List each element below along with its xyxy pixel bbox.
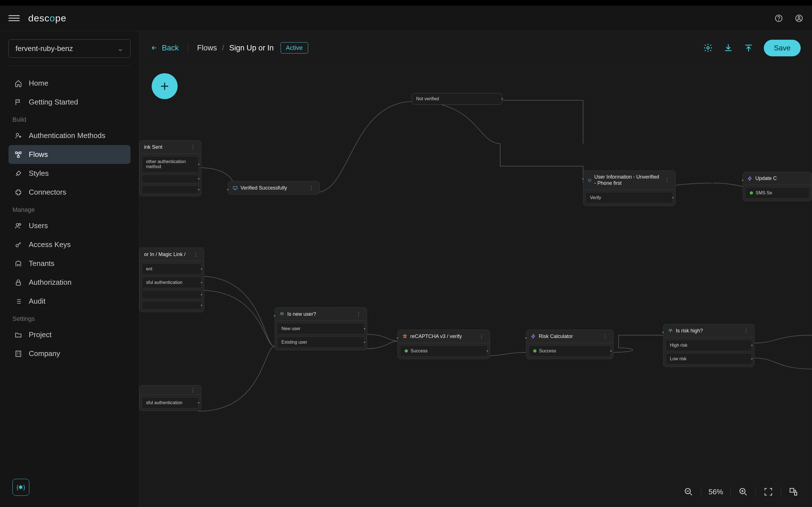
flow-node-user-info[interactable]: User Information - Unverified - Phone fi… <box>583 170 675 206</box>
node-output-label: Low risk <box>670 356 687 361</box>
node-title: Update C <box>755 175 777 181</box>
flow-node-update[interactable]: Update C SMS Se <box>743 172 812 201</box>
flow-node-link-sent[interactable]: ink Sent ⋮ other authentication method <box>139 140 201 196</box>
fit-view-icon[interactable] <box>761 485 776 499</box>
node-output-label: Success <box>539 348 556 353</box>
menu-icon[interactable] <box>8 13 20 24</box>
flow-node-not-verified[interactable]: Not verified <box>412 93 502 105</box>
chevron-down-icon: ⌄ <box>117 44 123 53</box>
more-icon[interactable]: ⋮ <box>478 333 485 339</box>
svg-point-10 <box>19 223 21 225</box>
sidebar-item-auth-methods[interactable]: Authentication Methods <box>8 126 131 145</box>
sidebar-section-settings: Settings <box>8 311 131 325</box>
sidebar-item-label: Audit <box>29 297 45 305</box>
list-icon <box>14 297 22 305</box>
sidebar-section-manage: Manage <box>8 202 131 216</box>
save-button[interactable]: Save <box>764 40 801 56</box>
sidebar-item-home[interactable]: Home <box>8 74 131 93</box>
sidebar-item-label: Styles <box>29 169 49 178</box>
puzzle-icon <box>14 188 22 196</box>
svg-point-14 <box>707 47 709 49</box>
status-badge: Active <box>281 42 308 54</box>
node-output-label: sful authentication <box>146 400 183 405</box>
settings-icon[interactable] <box>703 43 713 53</box>
sidebar-item-label: Home <box>29 79 48 88</box>
svg-rect-6 <box>15 152 17 154</box>
flow-node-verified[interactable]: Verified Successfully ⋮ <box>228 181 320 194</box>
users-icon <box>14 222 22 230</box>
lock-icon <box>14 278 22 287</box>
download-icon[interactable] <box>723 43 733 53</box>
sidebar-item-connectors[interactable]: Connectors <box>8 183 131 202</box>
svg-rect-13 <box>16 351 20 356</box>
zoom-out-icon[interactable] <box>681 485 696 499</box>
sidebar-item-users[interactable]: Users <box>8 216 131 235</box>
flow-node-recaptcha[interactable]: reCAPTCHA v3 / verify ⋮ Success <box>398 330 490 359</box>
svg-rect-12 <box>16 282 20 285</box>
flow-node-magic-link[interactable]: or In / Magic Link / ⋮ ent sful authenti… <box>139 247 204 312</box>
breadcrumb-current: Sign Up or In <box>229 44 274 52</box>
svg-point-5 <box>19 136 20 137</box>
project-selector[interactable]: fervent-ruby-benz ⌄ <box>8 40 131 58</box>
account-icon[interactable] <box>795 14 804 23</box>
more-icon[interactable]: ⋮ <box>601 333 609 339</box>
node-output-label: Verify <box>590 195 601 200</box>
svg-point-1 <box>778 20 779 20</box>
sidebar-item-label: Connectors <box>29 188 66 196</box>
flow-node-auth-lower[interactable]: ⋮ sful authentication <box>139 385 201 411</box>
flow-canvas[interactable]: Back Flows / Sign Up or In Active Save + <box>139 31 812 507</box>
sidebar-item-company[interactable]: Company <box>8 344 131 363</box>
node-title: User Information - Unverified - Phone fi… <box>594 174 661 186</box>
svg-point-3 <box>798 16 800 18</box>
sidebar-item-authorization[interactable]: Authorization <box>8 273 131 292</box>
flow-node-is-risk-high[interactable]: Is risk high? ⋮ High risk Low risk <box>663 324 755 367</box>
sidebar-item-getting-started[interactable]: Getting Started <box>8 93 131 112</box>
upload-icon[interactable] <box>744 43 754 53</box>
more-icon[interactable]: ⋮ <box>742 328 750 334</box>
sidebar-item-project[interactable]: Project <box>8 325 131 344</box>
sidebar-item-tenants[interactable]: Tenants <box>8 254 131 273</box>
sidebar-item-label: Project <box>29 330 52 339</box>
minimap-icon[interactable] <box>786 485 801 499</box>
zoom-in-icon[interactable] <box>736 485 751 499</box>
back-button[interactable]: Back <box>151 44 179 52</box>
sidebar-item-audit[interactable]: Audit <box>8 292 131 311</box>
svg-point-4 <box>16 133 18 136</box>
node-output-label: Existing user <box>282 340 307 345</box>
svg-rect-23 <box>795 492 797 495</box>
more-icon[interactable]: ⋮ <box>189 144 197 150</box>
sidebar-item-label: Flows <box>29 150 48 159</box>
sidebar-item-label: Getting Started <box>29 98 78 107</box>
flag-icon <box>14 98 22 107</box>
sidebar-item-label: Access Keys <box>29 240 71 249</box>
svg-rect-16 <box>589 179 591 181</box>
sidebar-item-label: Authentication Methods <box>29 131 105 140</box>
svg-point-11 <box>16 244 18 247</box>
chat-icon[interactable]: {✱} <box>12 479 29 496</box>
sidebar-item-flows[interactable]: Flows <box>8 145 131 164</box>
user-key-icon <box>14 131 22 140</box>
svg-point-9 <box>16 223 18 226</box>
help-icon[interactable] <box>774 14 783 23</box>
more-icon[interactable]: ⋮ <box>308 185 315 191</box>
flow-node-is-new-user[interactable]: Is new user? ⋮ New user Existing user <box>274 307 367 350</box>
add-node-button[interactable]: + <box>152 73 177 99</box>
more-icon[interactable]: ⋮ <box>663 177 671 183</box>
node-title: reCAPTCHA v3 / verify <box>410 334 462 339</box>
more-icon[interactable]: ⋮ <box>189 387 197 393</box>
project-name: fervent-ruby-benz <box>15 44 73 53</box>
sidebar-item-styles[interactable]: Styles <box>8 164 131 183</box>
sidebar-item-label: Company <box>29 349 60 358</box>
more-icon[interactable]: ⋮ <box>192 251 199 258</box>
breadcrumb-flows[interactable]: Flows <box>197 44 217 52</box>
node-title: Risk Calculator <box>539 334 573 339</box>
brush-icon <box>14 169 22 178</box>
node-output-label: sful authentication <box>146 280 183 285</box>
breadcrumb-separator: / <box>222 44 224 52</box>
svg-rect-7 <box>19 152 21 154</box>
more-icon[interactable]: ⋮ <box>355 311 362 317</box>
flow-node-risk-calculator[interactable]: Risk Calculator ⋮ Success <box>526 330 613 359</box>
sidebar-item-access-keys[interactable]: Access Keys <box>8 235 131 254</box>
sidebar: fervent-ruby-benz ⌄ Home Getting Started… <box>0 31 139 507</box>
sidebar-item-label: Authorization <box>29 278 71 287</box>
